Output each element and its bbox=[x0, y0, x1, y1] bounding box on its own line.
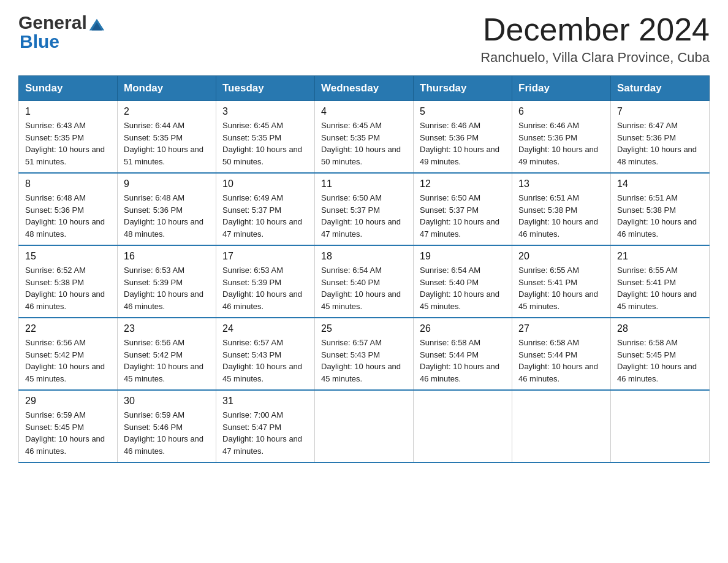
table-row: 17 Sunrise: 6:53 AM Sunset: 5:39 PM Dayl… bbox=[216, 245, 315, 318]
day-info: Sunrise: 6:50 AM Sunset: 5:37 PM Dayligh… bbox=[321, 192, 407, 240]
day-number: 27 bbox=[518, 323, 604, 334]
table-row: 29 Sunrise: 6:59 AM Sunset: 5:45 PM Dayl… bbox=[19, 390, 118, 462]
day-number: 21 bbox=[617, 251, 703, 262]
day-number: 30 bbox=[124, 396, 210, 407]
day-number: 10 bbox=[222, 178, 308, 190]
day-number: 3 bbox=[222, 106, 308, 117]
calendar-week-row: 15 Sunrise: 6:52 AM Sunset: 5:38 PM Dayl… bbox=[19, 245, 710, 318]
table-row: 27 Sunrise: 6:58 AM Sunset: 5:44 PM Dayl… bbox=[512, 318, 611, 390]
day-info: Sunrise: 6:46 AM Sunset: 5:36 PM Dayligh… bbox=[518, 120, 604, 167]
day-number: 25 bbox=[321, 323, 407, 334]
day-number: 24 bbox=[222, 323, 308, 334]
day-info: Sunrise: 6:43 AM Sunset: 5:35 PM Dayligh… bbox=[25, 120, 111, 167]
table-row: 26 Sunrise: 6:58 AM Sunset: 5:44 PM Dayl… bbox=[414, 318, 512, 390]
table-row: 30 Sunrise: 6:59 AM Sunset: 5:46 PM Dayl… bbox=[118, 390, 216, 462]
day-info: Sunrise: 6:58 AM Sunset: 5:44 PM Dayligh… bbox=[420, 337, 506, 385]
calendar-week-row: 8 Sunrise: 6:48 AM Sunset: 5:36 PM Dayli… bbox=[19, 173, 710, 245]
header-monday: Monday bbox=[118, 76, 216, 101]
table-row: 31 Sunrise: 7:00 AM Sunset: 5:47 PM Dayl… bbox=[216, 390, 315, 462]
header-wednesday: Wednesday bbox=[315, 76, 414, 101]
logo: General Blue bbox=[18, 12, 107, 52]
day-number: 14 bbox=[617, 178, 703, 190]
day-info: Sunrise: 6:51 AM Sunset: 5:38 PM Dayligh… bbox=[617, 192, 703, 240]
day-number: 17 bbox=[222, 251, 308, 262]
table-row bbox=[315, 390, 414, 462]
day-info: Sunrise: 6:55 AM Sunset: 5:41 PM Dayligh… bbox=[617, 264, 703, 312]
title-block: December 2024 Ranchuelo, Villa Clara Pro… bbox=[480, 12, 710, 66]
day-info: Sunrise: 6:56 AM Sunset: 5:42 PM Dayligh… bbox=[25, 337, 111, 385]
table-row: 21 Sunrise: 6:55 AM Sunset: 5:41 PM Dayl… bbox=[611, 245, 710, 318]
table-row: 4 Sunrise: 6:45 AM Sunset: 5:35 PM Dayli… bbox=[315, 101, 414, 174]
table-row: 20 Sunrise: 6:55 AM Sunset: 5:41 PM Dayl… bbox=[512, 245, 611, 318]
table-row bbox=[611, 390, 710, 462]
table-row: 10 Sunrise: 6:49 AM Sunset: 5:37 PM Dayl… bbox=[216, 173, 315, 245]
day-info: Sunrise: 6:48 AM Sunset: 5:36 PM Dayligh… bbox=[124, 192, 210, 240]
day-number: 5 bbox=[420, 106, 506, 117]
header-tuesday: Tuesday bbox=[216, 76, 315, 101]
day-number: 18 bbox=[321, 251, 407, 262]
day-number: 9 bbox=[124, 178, 210, 190]
table-row bbox=[414, 390, 512, 462]
table-row: 22 Sunrise: 6:56 AM Sunset: 5:42 PM Dayl… bbox=[19, 318, 118, 390]
day-info: Sunrise: 6:54 AM Sunset: 5:40 PM Dayligh… bbox=[321, 264, 407, 312]
day-info: Sunrise: 6:47 AM Sunset: 5:36 PM Dayligh… bbox=[617, 120, 703, 167]
table-row: 19 Sunrise: 6:54 AM Sunset: 5:40 PM Dayl… bbox=[414, 245, 512, 318]
day-info: Sunrise: 6:49 AM Sunset: 5:37 PM Dayligh… bbox=[222, 192, 308, 240]
day-number: 6 bbox=[518, 106, 604, 117]
day-number: 8 bbox=[25, 178, 111, 190]
day-info: Sunrise: 6:56 AM Sunset: 5:42 PM Dayligh… bbox=[124, 337, 210, 385]
calendar-week-row: 22 Sunrise: 6:56 AM Sunset: 5:42 PM Dayl… bbox=[19, 318, 710, 390]
table-row: 25 Sunrise: 6:57 AM Sunset: 5:43 PM Dayl… bbox=[315, 318, 414, 390]
day-number: 31 bbox=[222, 396, 308, 407]
logo-text: General Blue bbox=[18, 12, 107, 52]
day-info: Sunrise: 6:53 AM Sunset: 5:39 PM Dayligh… bbox=[124, 264, 210, 312]
day-info: Sunrise: 6:46 AM Sunset: 5:36 PM Dayligh… bbox=[420, 120, 506, 167]
day-number: 1 bbox=[25, 106, 111, 117]
table-row: 28 Sunrise: 6:58 AM Sunset: 5:45 PM Dayl… bbox=[611, 318, 710, 390]
logo-icon bbox=[88, 18, 105, 35]
day-number: 11 bbox=[321, 178, 407, 190]
day-number: 19 bbox=[420, 251, 506, 262]
day-number: 15 bbox=[25, 251, 111, 262]
day-info: Sunrise: 6:45 AM Sunset: 5:35 PM Dayligh… bbox=[222, 120, 308, 167]
day-info: Sunrise: 6:57 AM Sunset: 5:43 PM Dayligh… bbox=[222, 337, 308, 385]
calendar-week-row: 29 Sunrise: 6:59 AM Sunset: 5:45 PM Dayl… bbox=[19, 390, 710, 462]
table-row: 1 Sunrise: 6:43 AM Sunset: 5:35 PM Dayli… bbox=[19, 101, 118, 174]
day-info: Sunrise: 6:53 AM Sunset: 5:39 PM Dayligh… bbox=[222, 264, 308, 312]
day-number: 28 bbox=[617, 323, 703, 334]
day-info: Sunrise: 6:45 AM Sunset: 5:35 PM Dayligh… bbox=[321, 120, 407, 167]
day-info: Sunrise: 6:51 AM Sunset: 5:38 PM Dayligh… bbox=[518, 192, 604, 240]
day-info: Sunrise: 6:48 AM Sunset: 5:36 PM Dayligh… bbox=[25, 192, 111, 240]
header-thursday: Thursday bbox=[414, 76, 512, 101]
logo-general: General bbox=[18, 12, 87, 33]
table-row: 8 Sunrise: 6:48 AM Sunset: 5:36 PM Dayli… bbox=[19, 173, 118, 245]
table-row: 2 Sunrise: 6:44 AM Sunset: 5:35 PM Dayli… bbox=[118, 101, 216, 174]
day-number: 20 bbox=[518, 251, 604, 262]
table-row: 15 Sunrise: 6:52 AM Sunset: 5:38 PM Dayl… bbox=[19, 245, 118, 318]
header-saturday: Saturday bbox=[611, 76, 710, 101]
day-info: Sunrise: 6:57 AM Sunset: 5:43 PM Dayligh… bbox=[321, 337, 407, 385]
header-sunday: Sunday bbox=[19, 76, 118, 101]
day-number: 4 bbox=[321, 106, 407, 117]
day-info: Sunrise: 6:59 AM Sunset: 5:46 PM Dayligh… bbox=[124, 409, 210, 457]
table-row: 9 Sunrise: 6:48 AM Sunset: 5:36 PM Dayli… bbox=[118, 173, 216, 245]
calendar-header-row: Sunday Monday Tuesday Wednesday Thursday… bbox=[19, 76, 710, 101]
table-row: 3 Sunrise: 6:45 AM Sunset: 5:35 PM Dayli… bbox=[216, 101, 315, 174]
day-info: Sunrise: 6:58 AM Sunset: 5:44 PM Dayligh… bbox=[518, 337, 604, 385]
table-row: 24 Sunrise: 6:57 AM Sunset: 5:43 PM Dayl… bbox=[216, 318, 315, 390]
table-row: 18 Sunrise: 6:54 AM Sunset: 5:40 PM Dayl… bbox=[315, 245, 414, 318]
day-info: Sunrise: 6:54 AM Sunset: 5:40 PM Dayligh… bbox=[420, 264, 506, 312]
page-header: General Blue December 2024 Ranchuelo, Vi… bbox=[18, 12, 710, 66]
table-row: 12 Sunrise: 6:50 AM Sunset: 5:37 PM Dayl… bbox=[414, 173, 512, 245]
table-row: 14 Sunrise: 6:51 AM Sunset: 5:38 PM Dayl… bbox=[611, 173, 710, 245]
table-row: 13 Sunrise: 6:51 AM Sunset: 5:38 PM Dayl… bbox=[512, 173, 611, 245]
day-number: 26 bbox=[420, 323, 506, 334]
day-info: Sunrise: 6:58 AM Sunset: 5:45 PM Dayligh… bbox=[617, 337, 703, 385]
table-row: 7 Sunrise: 6:47 AM Sunset: 5:36 PM Dayli… bbox=[611, 101, 710, 174]
day-info: Sunrise: 6:44 AM Sunset: 5:35 PM Dayligh… bbox=[124, 120, 210, 167]
table-row bbox=[512, 390, 611, 462]
calendar-table: Sunday Monday Tuesday Wednesday Thursday… bbox=[18, 75, 710, 463]
day-info: Sunrise: 6:59 AM Sunset: 5:45 PM Dayligh… bbox=[25, 409, 111, 457]
day-info: Sunrise: 6:50 AM Sunset: 5:37 PM Dayligh… bbox=[420, 192, 506, 240]
day-info: Sunrise: 6:52 AM Sunset: 5:38 PM Dayligh… bbox=[25, 264, 111, 312]
